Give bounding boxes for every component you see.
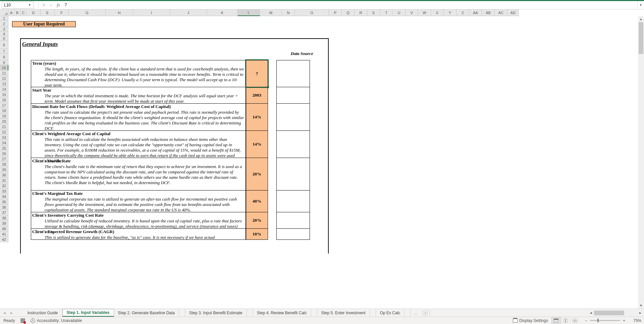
- row-header-8[interactable]: 8: [0, 54, 8, 60]
- row-header-19[interactable]: 19: [0, 113, 8, 119]
- sheet-tab[interactable]: Step 3. Input Benefit Estimate: [185, 309, 247, 317]
- data-source-cell[interactable]: [276, 229, 310, 240]
- hscroll-left-icon[interactable]: ◄: [588, 310, 594, 316]
- name-box[interactable]: L10 ▼: [2, 2, 34, 9]
- column-header-M[interactable]: M: [260, 9, 282, 16]
- scroll-track[interactable]: [638, 22, 644, 303]
- column-header-AC[interactable]: AC: [495, 9, 507, 16]
- column-header-K[interactable]: K: [207, 9, 238, 16]
- row-header-4[interactable]: 4: [0, 32, 8, 36]
- zoom-out-button[interactable]: −: [583, 318, 589, 323]
- value-cell[interactable]: 7: [246, 60, 268, 87]
- description-cell[interactable]: Term (years)The length, in years, of the…: [31, 60, 246, 87]
- horizontal-scrollbar[interactable]: ◄ ►: [588, 310, 643, 316]
- column-header-B[interactable]: B: [14, 9, 20, 16]
- column-header-X[interactable]: X: [431, 9, 444, 16]
- data-source-cell[interactable]: [276, 191, 310, 212]
- value-cell[interactable]: 14%: [246, 131, 268, 158]
- row-header-36[interactable]: 36: [0, 205, 8, 210]
- row-header-5[interactable]: 5: [0, 36, 8, 41]
- sheet-tab[interactable]: Step 4. Review Benefit Calc: [253, 309, 311, 317]
- hscroll-thumb[interactable]: [594, 311, 624, 315]
- column-header-Q[interactable]: Q: [342, 9, 355, 16]
- normal-view-button[interactable]: [551, 317, 561, 324]
- scroll-up-icon[interactable]: ▲: [638, 16, 644, 22]
- column-header-AB[interactable]: AB: [482, 9, 495, 16]
- confirm-formula-button[interactable]: ✓: [47, 2, 55, 9]
- tab-nav-prev-icon[interactable]: ◄: [3, 311, 6, 315]
- row-header-14[interactable]: 14: [0, 87, 8, 92]
- row-header-12[interactable]: 12: [0, 76, 8, 81]
- row-header-9[interactable]: 9: [0, 60, 8, 65]
- column-header-E[interactable]: E: [41, 9, 55, 16]
- data-source-cell[interactable]: [276, 212, 310, 229]
- row-header-31[interactable]: 31: [0, 178, 8, 183]
- data-source-cell[interactable]: [276, 131, 310, 158]
- row-header-34[interactable]: 34: [0, 194, 8, 199]
- value-cell[interactable]: 20%: [246, 158, 268, 191]
- description-cell[interactable]: Client's Marginal Tax RateThe marginal c…: [31, 191, 246, 212]
- scroll-down-icon[interactable]: ▼: [638, 303, 644, 309]
- zoom-in-button[interactable]: +: [621, 318, 627, 323]
- description-cell[interactable]: Client's Weighted Average Cost of Capita…: [31, 131, 246, 158]
- hscroll-track[interactable]: [594, 311, 637, 315]
- zoom-slider-knob[interactable]: [597, 319, 599, 322]
- zoom-slider[interactable]: [590, 320, 620, 321]
- page-layout-view-button[interactable]: [561, 317, 570, 324]
- column-header-N[interactable]: N: [282, 9, 295, 16]
- data-source-cell[interactable]: [276, 104, 310, 131]
- sheet-tab[interactable]: Instruction Guide: [23, 309, 62, 317]
- description-cell[interactable]: Client's Hurdle RateThe client's hurdle …: [31, 158, 246, 191]
- value-cell[interactable]: 2003: [246, 87, 268, 104]
- row-header-22[interactable]: 22: [0, 129, 8, 135]
- column-header-J[interactable]: J: [170, 9, 207, 16]
- row-header-32[interactable]: 32: [0, 183, 8, 188]
- value-cell[interactable]: 10%: [246, 229, 268, 240]
- row-header-35[interactable]: 35: [0, 199, 8, 205]
- row-header-16[interactable]: 16: [0, 97, 8, 103]
- row-header-30[interactable]: 30: [0, 172, 8, 178]
- column-header-Z[interactable]: Z: [457, 9, 469, 16]
- row-header-7[interactable]: 7: [0, 49, 8, 54]
- row-header-41[interactable]: 41: [0, 231, 8, 237]
- value-cell[interactable]: 14%: [246, 104, 268, 131]
- column-header-L[interactable]: L: [238, 9, 260, 16]
- column-header-V[interactable]: V: [406, 9, 418, 16]
- column-header-AA[interactable]: AA: [469, 9, 482, 16]
- formula-input[interactable]: [62, 2, 637, 9]
- value-cell[interactable]: 20%: [246, 212, 268, 229]
- row-header-28[interactable]: 28: [0, 162, 8, 167]
- vertical-scrollbar[interactable]: ▲ ▼: [638, 16, 644, 309]
- sheet-tab[interactable]: Step 2. Generate Baseline Data: [114, 309, 179, 317]
- row-header-17[interactable]: 17: [0, 103, 8, 108]
- column-header-P[interactable]: P: [329, 9, 342, 16]
- data-source-cell[interactable]: [276, 158, 310, 191]
- display-settings-button[interactable]: Display Settings: [513, 318, 548, 323]
- row-header-37[interactable]: 37: [0, 210, 8, 215]
- column-header-A[interactable]: A: [8, 9, 14, 16]
- data-source-cell[interactable]: [276, 60, 310, 87]
- row-header-20[interactable]: 20: [0, 119, 8, 124]
- name-box-dropdown-icon[interactable]: ▼: [28, 3, 31, 7]
- formula-bar-expand-icon[interactable]: ▼: [637, 2, 644, 9]
- accessibility-status[interactable]: Accessibility: Unavailable: [31, 318, 82, 323]
- select-all-triangle[interactable]: [0, 9, 8, 16]
- column-header-H[interactable]: H: [106, 9, 133, 16]
- new-sheet-button[interactable]: +: [421, 309, 430, 317]
- column-header-Y[interactable]: Y: [444, 9, 457, 16]
- row-header-23[interactable]: 23: [0, 135, 8, 140]
- column-header-I[interactable]: I: [133, 9, 170, 16]
- column-header-U[interactable]: U: [393, 9, 406, 16]
- column-header-F[interactable]: F: [55, 9, 69, 16]
- description-cell[interactable]: Start YearThe year in which the initial …: [31, 87, 246, 104]
- column-header-S[interactable]: S: [367, 9, 380, 16]
- row-header-18[interactable]: 18: [0, 108, 8, 113]
- row-header-25[interactable]: 25: [0, 146, 8, 151]
- row-header-29[interactable]: 29: [0, 167, 8, 172]
- row-header-1[interactable]: 1: [0, 16, 8, 21]
- description-cell[interactable]: Client's Inventory Carrying Cost RateUti…: [31, 212, 246, 229]
- row-header-13[interactable]: 13: [0, 81, 8, 87]
- column-header-R[interactable]: R: [355, 9, 367, 16]
- more-tabs-button[interactable]: ...: [411, 310, 421, 315]
- zoom-percent[interactable]: 75%: [628, 318, 641, 323]
